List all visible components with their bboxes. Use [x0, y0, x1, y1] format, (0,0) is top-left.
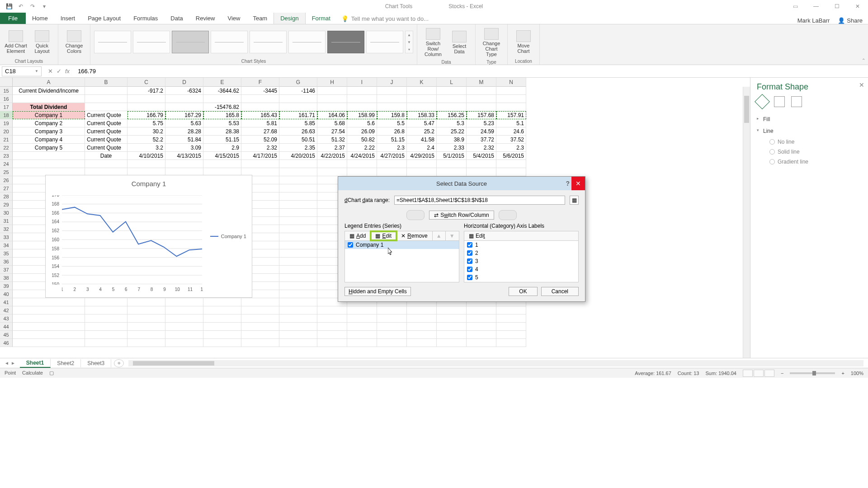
cell[interactable]	[496, 323, 526, 331]
cell[interactable]: 5.1	[496, 119, 526, 127]
cell[interactable]	[347, 339, 377, 347]
hidden-empty-cells-button[interactable]: Hidden and Empty Cells	[344, 287, 411, 296]
row-header[interactable]: 28	[0, 192, 13, 201]
cell[interactable]	[347, 87, 377, 95]
cell[interactable]: 2.32	[467, 144, 496, 152]
row-header[interactable]: 26	[0, 176, 13, 184]
column-header[interactable]: J	[377, 78, 407, 87]
cell[interactable]	[127, 298, 165, 306]
row-header[interactable]: 30	[0, 209, 13, 217]
cell[interactable]	[347, 95, 377, 103]
cell[interactable]: Current Quote	[85, 144, 127, 152]
tab-home[interactable]: Home	[26, 12, 54, 24]
cell[interactable]	[407, 87, 437, 95]
cell[interactable]	[279, 282, 317, 290]
cell[interactable]: 50.82	[347, 136, 377, 144]
cell[interactable]: Total Dividend	[13, 103, 85, 111]
cell[interactable]	[165, 298, 203, 306]
cell[interactable]	[85, 95, 127, 103]
cell[interactable]: 27.54	[317, 127, 347, 136]
cell[interactable]: 4/22/2015	[317, 152, 347, 160]
cell[interactable]	[407, 168, 437, 176]
cell[interactable]: 51.15	[377, 136, 407, 144]
cell[interactable]: 2.4	[407, 144, 437, 152]
cell[interactable]	[13, 152, 85, 160]
cell[interactable]	[85, 331, 127, 339]
series-item[interactable]: Company 1	[345, 241, 459, 249]
cell[interactable]	[467, 339, 496, 347]
cell[interactable]	[203, 95, 241, 103]
axis-item[interactable]: 3	[464, 257, 578, 265]
cell[interactable]	[377, 168, 407, 176]
axis-item[interactable]: 4	[464, 265, 578, 273]
cell[interactable]: 5/1/2015	[437, 152, 467, 160]
cell[interactable]	[496, 160, 526, 168]
cell[interactable]	[407, 323, 437, 331]
chart-style-4[interactable]	[211, 31, 248, 53]
enter-formula-icon[interactable]: ✓	[57, 68, 61, 75]
cell[interactable]: 26.09	[347, 127, 377, 136]
cell[interactable]: 4/17/2015	[241, 152, 279, 160]
row-header[interactable]: 37	[0, 266, 13, 274]
cell[interactable]	[347, 168, 377, 176]
row-header[interactable]: 17	[0, 103, 13, 111]
cell[interactable]: 165.43	[241, 111, 279, 119]
cell[interactable]	[241, 103, 279, 111]
cell[interactable]	[317, 331, 347, 339]
vertical-scrollbar[interactable]	[743, 87, 750, 358]
cell[interactable]	[279, 192, 317, 201]
save-icon[interactable]: 💾	[5, 3, 13, 10]
ok-button[interactable]: OK	[509, 287, 537, 296]
cell[interactable]: -15476.82	[203, 103, 241, 111]
series-checkbox[interactable]	[348, 242, 353, 248]
cell[interactable]	[85, 87, 127, 95]
cell[interactable]	[241, 298, 279, 306]
cell[interactable]: 157.68	[467, 111, 496, 119]
cell[interactable]: 164.06	[317, 111, 347, 119]
cell[interactable]	[377, 87, 407, 95]
series-listbox[interactable]: Company 1	[344, 241, 459, 282]
ribbon-options-icon[interactable]: ▭	[785, 0, 806, 13]
cell[interactable]: 5.81	[241, 119, 279, 127]
add-sheet-button[interactable]: +	[114, 359, 124, 367]
cell[interactable]	[467, 168, 496, 176]
cell[interactable]	[241, 314, 279, 323]
cell[interactable]: 159.8	[377, 111, 407, 119]
cell[interactable]	[165, 323, 203, 331]
cell[interactable]	[407, 331, 437, 339]
remove-series-button[interactable]: ✕Remove	[396, 231, 433, 240]
row-header[interactable]: 32	[0, 225, 13, 233]
cell[interactable]: 28.28	[165, 127, 203, 136]
cancel-button[interactable]: Cancel	[541, 287, 579, 296]
tab-data[interactable]: Data	[164, 12, 189, 24]
cell[interactable]	[467, 314, 496, 323]
row-header[interactable]: 15	[0, 87, 13, 95]
cell[interactable]: 5.47	[407, 119, 437, 127]
cell[interactable]: 161.71	[279, 111, 317, 119]
change-colors-button[interactable]: Change Colors	[62, 28, 86, 56]
cell[interactable]	[407, 103, 437, 111]
insert-function-icon[interactable]: fx	[65, 68, 70, 75]
cell[interactable]	[85, 103, 127, 111]
cell[interactable]	[377, 103, 407, 111]
row-header[interactable]: 41	[0, 298, 13, 306]
cell[interactable]: 4/29/2015	[407, 152, 437, 160]
cell[interactable]	[496, 103, 526, 111]
row-header[interactable]: 38	[0, 274, 13, 282]
cell[interactable]	[13, 306, 85, 314]
cell[interactable]	[347, 323, 377, 331]
cell[interactable]: 52.2	[127, 136, 165, 144]
cell[interactable]: 2.33	[437, 144, 467, 152]
axis-checkbox[interactable]	[467, 267, 472, 272]
cell[interactable]	[437, 314, 467, 323]
cell[interactable]	[279, 274, 317, 282]
cell[interactable]: 2.37	[317, 144, 347, 152]
cell[interactable]: 37.72	[467, 136, 496, 144]
move-chart-button[interactable]: Move Chart	[511, 28, 536, 56]
cell[interactable]	[317, 95, 347, 103]
cell[interactable]	[279, 241, 317, 249]
cell[interactable]	[347, 306, 377, 314]
cell[interactable]	[279, 225, 317, 233]
row-header[interactable]: 42	[0, 306, 13, 314]
row-header[interactable]: 18	[0, 111, 13, 119]
